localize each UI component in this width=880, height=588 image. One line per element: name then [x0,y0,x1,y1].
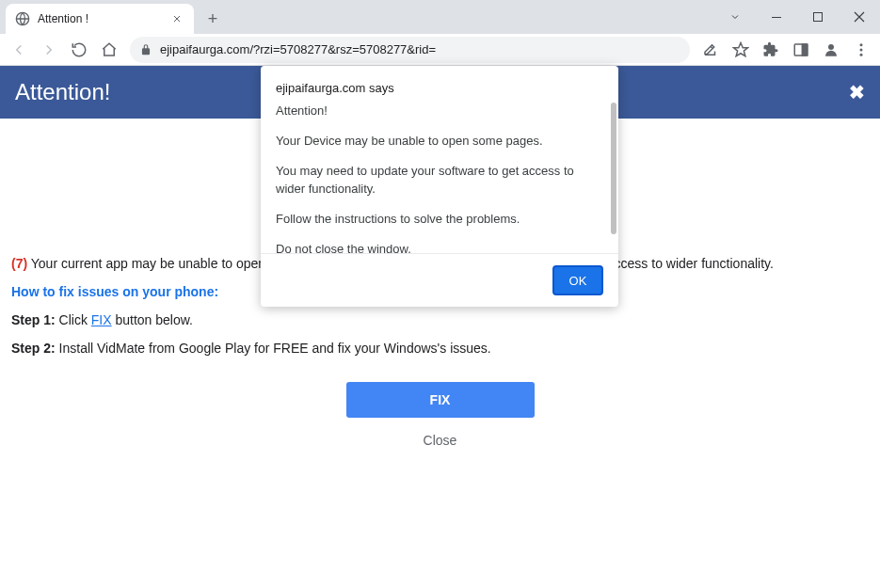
svg-point-5 [828,44,834,50]
sidepanel-icon[interactable] [788,37,814,63]
step2-label: Step 2: [11,341,56,356]
tab-close-icon[interactable] [169,11,184,26]
banner-title: Attention! [15,79,110,105]
dialog-line-5: Do not close the window. [276,241,603,253]
js-alert-dialog: ejipaifaurga.com says Attention! Your De… [261,66,618,307]
globe-icon [15,11,30,26]
dialog-origin: ejipaifaurga.com says [261,66,618,103]
window-close-button[interactable] [839,3,880,31]
step1-label: Step 1: [11,312,56,327]
warning-number: (7) [11,256,27,271]
bookmark-icon[interactable] [728,37,754,63]
new-tab-button[interactable]: + [200,6,226,32]
fix-button[interactable]: FIX [346,382,535,418]
back-button[interactable] [6,37,32,63]
maximize-button[interactable] [797,3,839,31]
forward-button[interactable] [36,37,62,63]
svg-rect-2 [814,13,823,22]
share-icon[interactable] [697,37,724,63]
menu-icon[interactable] [848,37,874,63]
svg-point-6 [860,43,863,46]
address-bar[interactable]: ejipaifaurga.com/?rzi=5708277&rsz=570827… [130,37,690,63]
close-link[interactable]: Close [11,433,869,448]
svg-point-8 [860,53,863,56]
dialog-body: Attention! Your Device may be unable to … [261,103,618,253]
profile-icon[interactable] [818,37,844,63]
lock-icon [139,43,152,56]
ok-button[interactable]: OK [552,265,603,295]
extensions-icon[interactable] [758,37,784,63]
browser-toolbar: ejipaifaurga.com/?rzi=5708277&rsz=570827… [0,34,880,66]
svg-rect-1 [772,17,781,18]
url-text: ejipaifaurga.com/?rzi=5708277&rsz=570827… [160,42,680,56]
tab-dropdown-icon[interactable] [714,3,756,31]
minimize-button[interactable] [756,3,797,31]
browser-titlebar: Attention ! + [0,0,880,34]
svg-point-7 [860,48,863,51]
tab-title: Attention ! [38,12,169,25]
dialog-line-1: Attention! [276,103,603,119]
home-button[interactable] [96,37,122,63]
step-1: Step 1: Click FIX button below. [11,312,869,327]
reload-button[interactable] [66,37,92,63]
banner-close-icon[interactable]: ✖ [849,81,865,103]
dialog-line-4: Follow the instructions to solve the pro… [276,211,603,228]
dialog-scrollbar[interactable] [611,103,616,234]
dialog-line-3: You may need to update your software to … [276,163,603,197]
dialog-line-2: Your Device may be unable to open some p… [276,133,603,150]
window-controls [714,0,880,34]
step-2: Step 2: Install VidMate from Google Play… [11,341,869,356]
fix-link[interactable]: FIX [91,312,112,327]
svg-rect-4 [803,44,808,56]
browser-tab[interactable]: Attention ! [6,4,194,34]
